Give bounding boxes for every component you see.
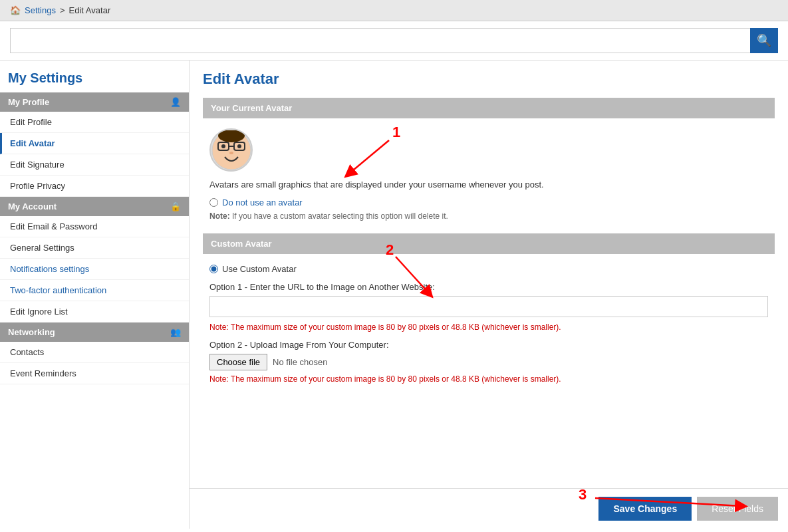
sidebar-item-event-reminders[interactable]: Event Reminders bbox=[0, 363, 189, 384]
sidebar-item-general-settings[interactable]: General Settings bbox=[0, 237, 189, 259]
sidebar-item-edit-avatar[interactable]: Edit Avatar bbox=[0, 133, 189, 154]
url-input[interactable] bbox=[209, 296, 768, 317]
sidebar-item-notifications-settings[interactable]: Notifications settings bbox=[0, 259, 189, 280]
save-changes-button[interactable]: Save Changes bbox=[598, 497, 692, 521]
sidebar-section-my-profile: My Profile 👤 bbox=[0, 92, 189, 112]
breadcrumb-sep: > bbox=[60, 5, 65, 15]
use-custom-label[interactable]: Use Custom Avatar bbox=[222, 264, 297, 274]
breadcrumb-home[interactable]: Settings bbox=[25, 5, 56, 15]
option1-label: Option 1 - Enter the URL to the Image on… bbox=[209, 282, 768, 292]
no-avatar-label[interactable]: Do not use an avatar bbox=[222, 198, 303, 207]
no-avatar-note: Note: If you have a custom avatar select… bbox=[209, 211, 768, 221]
search-input[interactable] bbox=[10, 28, 750, 53]
breadcrumb-bar: 🏠 Settings > Edit Avatar bbox=[0, 0, 788, 21]
sidebar-section-networking: Networking 👥 bbox=[0, 323, 189, 342]
sidebar-item-edit-ignore-list[interactable]: Edit Ignore List bbox=[0, 301, 189, 323]
choose-file-button[interactable]: Choose file bbox=[209, 354, 267, 370]
sidebar-item-contacts[interactable]: Contacts bbox=[0, 342, 189, 363]
max-note-1: Note: The maximum size of your custom im… bbox=[209, 323, 768, 332]
home-icon: 🏠 bbox=[10, 5, 21, 15]
breadcrumb-current: Edit Avatar bbox=[69, 5, 111, 15]
custom-avatar-section-body: Use Custom Avatar Option 1 - Enter the U… bbox=[203, 264, 775, 402]
main-layout: My Settings My Profile 👤 Edit Profile Ed… bbox=[0, 61, 788, 529]
svg-point-6 bbox=[229, 152, 233, 154]
sidebar-section-my-account: My Account 🔒 bbox=[0, 197, 189, 216]
my-account-label: My Account bbox=[8, 201, 57, 211]
networking-label: Networking bbox=[8, 327, 55, 337]
sidebar-item-profile-privacy[interactable]: Profile Privacy bbox=[0, 176, 189, 197]
sidebar-item-edit-email-password[interactable]: Edit Email & Password bbox=[0, 216, 189, 237]
use-custom-radio[interactable] bbox=[209, 265, 218, 273]
profile-icon: 👤 bbox=[170, 97, 181, 107]
search-bar: 🔍 bbox=[0, 21, 788, 61]
search-button[interactable]: 🔍 bbox=[750, 28, 778, 53]
sidebar-item-edit-profile[interactable]: Edit Profile bbox=[0, 112, 189, 133]
custom-avatar-section-header: Custom Avatar bbox=[203, 233, 775, 254]
page-title: Edit Avatar bbox=[203, 70, 775, 88]
my-profile-label: My Profile bbox=[8, 97, 49, 107]
avatar-image bbox=[209, 128, 253, 172]
svg-point-4 bbox=[221, 144, 225, 148]
current-avatar-section-body: Avatars are small graphics that are disp… bbox=[203, 128, 775, 233]
sidebar: My Settings My Profile 👤 Edit Profile Ed… bbox=[0, 61, 190, 529]
no-file-text: No file chosen bbox=[273, 357, 327, 367]
svg-point-5 bbox=[237, 144, 241, 148]
networking-icon: 👥 bbox=[170, 327, 181, 337]
use-custom-row: Use Custom Avatar bbox=[209, 264, 768, 274]
sidebar-item-two-factor-auth[interactable]: Two-factor authentication bbox=[0, 280, 189, 301]
reset-fields-button[interactable]: Reset Fields bbox=[697, 497, 778, 521]
current-avatar-section-header: Your Current Avatar bbox=[203, 98, 775, 118]
action-bar: Save Changes Reset Fields bbox=[190, 488, 788, 529]
sidebar-item-edit-signature[interactable]: Edit Signature bbox=[0, 154, 189, 176]
content-area: Edit Avatar Your Current Avatar bbox=[190, 61, 788, 529]
option2-label: Option 2 - Upload Image From Your Comput… bbox=[209, 340, 768, 350]
sidebar-title: My Settings bbox=[0, 61, 189, 92]
upload-row: Choose file No file chosen bbox=[209, 354, 768, 370]
no-avatar-radio[interactable] bbox=[209, 198, 218, 207]
avatar-description: Avatars are small graphics that are disp… bbox=[209, 180, 768, 190]
max-note-2: Note: The maximum size of your custom im… bbox=[209, 374, 768, 384]
no-avatar-row: Do not use an avatar bbox=[209, 198, 768, 207]
lock-icon: 🔒 bbox=[170, 201, 181, 211]
